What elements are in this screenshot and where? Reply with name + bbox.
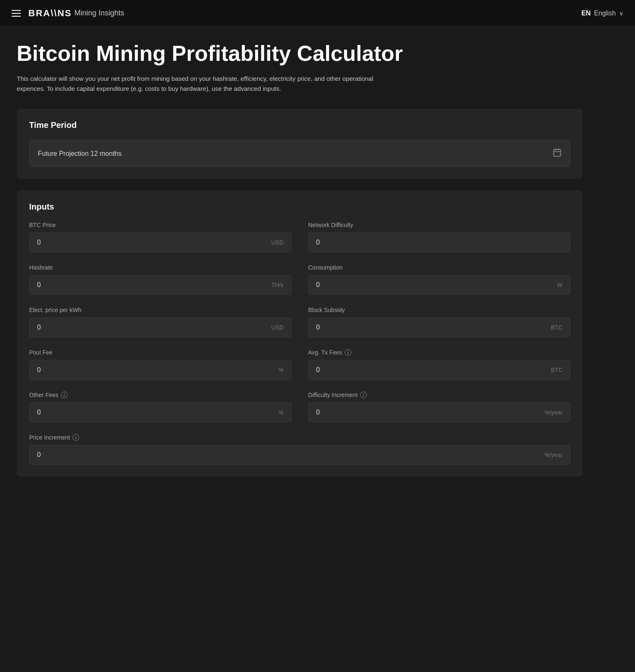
input-group-block-subsidy: Block Subsidy BTC bbox=[308, 307, 570, 337]
input-btc-price[interactable] bbox=[37, 239, 267, 246]
info-icon-avg-tx-fees[interactable]: i bbox=[345, 349, 351, 356]
hamburger-menu[interactable] bbox=[12, 10, 21, 17]
field-hashrate: TH/s bbox=[29, 275, 291, 295]
input-consumption[interactable] bbox=[316, 281, 553, 289]
logo: BRA\\NS Mining Insights bbox=[28, 8, 125, 19]
inputs-card: Inputs BTC Price USD Network Difficulty … bbox=[17, 190, 583, 477]
page-title: Bitcoin Mining Profitability Calculator bbox=[17, 42, 583, 65]
info-icon-difficulty-increment[interactable]: i bbox=[360, 392, 367, 398]
main-content: Bitcoin Mining Profitability Calculator … bbox=[0, 27, 600, 513]
navbar-left: BRA\\NS Mining Insights bbox=[12, 8, 125, 19]
label-other-fees: Other Fees i bbox=[29, 392, 291, 398]
unit-elect-price: USD bbox=[271, 324, 284, 331]
field-btc-price: USD bbox=[29, 232, 291, 252]
navbar: BRA\\NS Mining Insights EN English ∨ bbox=[0, 0, 635, 27]
input-pool-fee[interactable] bbox=[37, 366, 274, 374]
input-elect-price[interactable] bbox=[37, 324, 267, 331]
time-period-card: Time Period Future Projection 12 months bbox=[17, 109, 583, 179]
field-block-subsidy: BTC bbox=[308, 317, 570, 337]
language-label: English bbox=[594, 10, 616, 17]
field-price-increment: %/year bbox=[29, 445, 570, 465]
field-other-fees: % bbox=[29, 402, 291, 422]
label-avg-tx-fees: Avg. Tx Fees i bbox=[308, 349, 570, 356]
input-group-network-difficulty: Network Difficulty bbox=[308, 222, 570, 252]
info-icon-price-increment[interactable]: i bbox=[72, 434, 79, 441]
input-difficulty-increment[interactable] bbox=[316, 409, 540, 416]
logo-subtitle: Mining Insights bbox=[74, 9, 124, 17]
input-block-subsidy[interactable] bbox=[316, 324, 547, 331]
inputs-grid: BTC Price USD Network Difficulty Hashrat… bbox=[29, 222, 570, 465]
input-group-avg-tx-fees: Avg. Tx Fees i BTC bbox=[308, 349, 570, 380]
unit-difficulty-increment: %/year bbox=[544, 409, 563, 416]
input-group-pool-fee: Pool Fee % bbox=[29, 349, 291, 380]
label-difficulty-increment: Difficulty Increment i bbox=[308, 392, 570, 398]
unit-hashrate: TH/s bbox=[271, 282, 284, 288]
field-elect-price: USD bbox=[29, 317, 291, 337]
field-difficulty-increment: %/year bbox=[308, 402, 570, 422]
input-hashrate[interactable] bbox=[37, 281, 267, 289]
svg-rect-0 bbox=[554, 150, 561, 157]
language-code: EN bbox=[581, 10, 590, 17]
field-avg-tx-fees: BTC bbox=[308, 360, 570, 380]
inputs-section-title: Inputs bbox=[29, 202, 570, 212]
input-other-fees[interactable] bbox=[37, 409, 274, 416]
info-icon-other-fees[interactable]: i bbox=[61, 392, 67, 398]
logo-brand: BRA\\NS bbox=[28, 8, 72, 19]
label-consumption: Consumption bbox=[308, 264, 570, 271]
label-btc-price: BTC Price bbox=[29, 222, 291, 228]
label-elect-price: Elect. price per kWh bbox=[29, 307, 291, 313]
label-network-difficulty: Network Difficulty bbox=[308, 222, 570, 228]
input-group-other-fees: Other Fees i % bbox=[29, 392, 291, 422]
unit-avg-tx-fees: BTC bbox=[551, 367, 563, 373]
unit-consumption: W bbox=[557, 282, 563, 288]
time-period-value: Future Projection 12 months bbox=[38, 150, 122, 157]
unit-block-subsidy: BTC bbox=[551, 324, 563, 331]
page-description: This calculator will show you your net p… bbox=[17, 74, 391, 94]
input-group-elect-price: Elect. price per kWh USD bbox=[29, 307, 291, 337]
unit-btc-price: USD bbox=[271, 239, 284, 246]
input-price-increment[interactable] bbox=[37, 451, 540, 459]
input-group-difficulty-increment: Difficulty Increment i %/year bbox=[308, 392, 570, 422]
input-network-difficulty[interactable] bbox=[316, 239, 563, 246]
chevron-down-icon: ∨ bbox=[619, 10, 623, 17]
unit-pool-fee: % bbox=[279, 367, 284, 373]
input-group-price-increment: Price Increment i %/year bbox=[29, 434, 570, 465]
language-selector[interactable]: EN English ∨ bbox=[581, 10, 623, 17]
field-consumption: W bbox=[308, 275, 570, 295]
calendar-icon bbox=[553, 148, 562, 159]
field-pool-fee: % bbox=[29, 360, 291, 380]
unit-price-increment: %/year bbox=[544, 452, 563, 458]
unit-other-fees: % bbox=[279, 409, 284, 416]
input-group-btc-price: BTC Price USD bbox=[29, 222, 291, 252]
time-period-selector[interactable]: Future Projection 12 months bbox=[29, 140, 570, 167]
label-block-subsidy: Block Subsidy bbox=[308, 307, 570, 313]
input-avg-tx-fees[interactable] bbox=[316, 366, 547, 374]
label-pool-fee: Pool Fee bbox=[29, 349, 291, 356]
label-price-increment: Price Increment i bbox=[29, 434, 570, 441]
input-group-consumption: Consumption W bbox=[308, 264, 570, 295]
label-hashrate: Hashrate bbox=[29, 264, 291, 271]
input-group-hashrate: Hashrate TH/s bbox=[29, 264, 291, 295]
time-period-section-title: Time Period bbox=[29, 120, 570, 130]
field-network-difficulty bbox=[308, 232, 570, 252]
